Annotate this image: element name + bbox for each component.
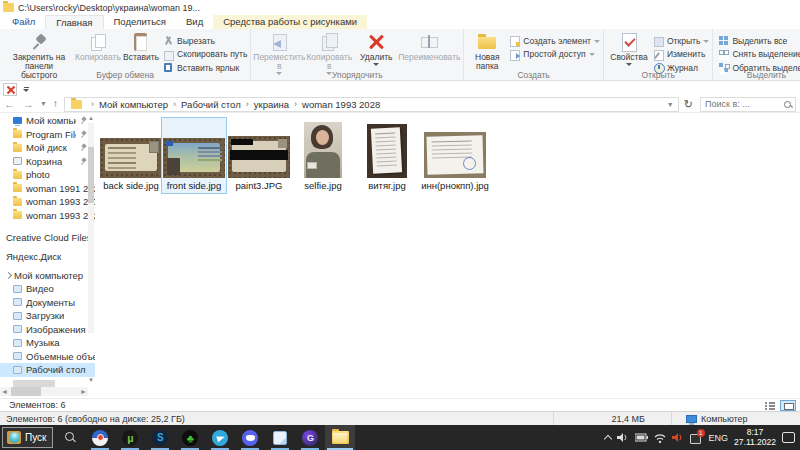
- scroll-left-icon[interactable]: ◄: [0, 387, 9, 396]
- scroll-down-icon[interactable]: ▼: [88, 376, 94, 384]
- file-item-vytiah[interactable]: витяг.jpg: [354, 118, 420, 191]
- battery-icon[interactable]: [635, 433, 648, 442]
- sidebar-item-woman-1991-2029[interactable]: woman 1991 2029: [0, 182, 95, 196]
- tab-share[interactable]: Поделиться: [104, 15, 176, 29]
- wifi-icon[interactable]: [654, 433, 666, 443]
- file-item-inn[interactable]: инн(рнокпп).jpg: [418, 118, 492, 191]
- scroll-up-icon[interactable]: ▲: [88, 114, 94, 122]
- sidebar-item-this-pc-pinned[interactable]: Мой компьютер: [0, 114, 95, 128]
- copy-button[interactable]: Копировать: [75, 31, 121, 63]
- taskbar-clock[interactable]: 8:17 27.11.2022: [734, 428, 776, 447]
- qat-delete-button[interactable]: [3, 83, 17, 96]
- taskbar-app-browser[interactable]: [85, 425, 115, 450]
- pictures-icon: [13, 325, 22, 333]
- details-view-button[interactable]: [762, 400, 778, 411]
- copy-path-button[interactable]: Скопировать путь: [163, 49, 247, 60]
- sidebar-item-creative-cloud[interactable]: Creative Cloud Files: [0, 230, 95, 244]
- sidebar-item-video[interactable]: Видео: [0, 282, 95, 296]
- forward-icon[interactable]: →: [19, 96, 38, 112]
- open-button[interactable]: Открыть: [653, 35, 709, 46]
- file-list[interactable]: back side.jpg front side.jpg paint3.JPG …: [95, 114, 800, 398]
- notification-app-icon[interactable]: 1: [690, 432, 703, 444]
- recycle-bin-icon: [13, 157, 22, 165]
- taskbar-app-skype[interactable]: [145, 425, 175, 450]
- breadcrumb-this-pc[interactable]: Мой компьютер: [86, 99, 168, 110]
- easy-access-button[interactable]: Простой доступ: [509, 49, 600, 60]
- sidebar-vertical-scrollbar[interactable]: [88, 123, 94, 333]
- scroll-right-icon[interactable]: ►: [79, 387, 88, 396]
- breadcrumb-ukraina[interactable]: украина: [241, 99, 289, 110]
- quick-access-toolbar: [0, 82, 800, 96]
- select-none-button[interactable]: Снять выделение: [718, 49, 800, 60]
- sidebar-item-3d-objects[interactable]: Объемные объекты: [0, 350, 95, 364]
- sidebar-section-this-pc[interactable]: Мой компьютер: [0, 268, 95, 282]
- telegram-icon: [212, 430, 228, 446]
- properties-icon: [619, 32, 639, 52]
- cut-button[interactable]: Вырезать: [163, 35, 247, 46]
- new-item-button[interactable]: Создать элемент: [509, 35, 600, 46]
- taskbar-app-telegram[interactable]: [205, 425, 235, 450]
- file-item-back-side[interactable]: back side.jpg: [98, 118, 164, 191]
- search-input[interactable]: [701, 98, 795, 111]
- language-indicator[interactable]: ENG: [709, 433, 729, 443]
- breadcrumb[interactable]: Мой компьютер Рабочий стол украина woman…: [64, 97, 679, 112]
- chevron-down-icon: [626, 63, 632, 66]
- file-item-paint3[interactable]: paint3.JPG: [226, 118, 292, 191]
- qat-customize-icon[interactable]: [23, 87, 29, 92]
- start-button[interactable]: Пуск: [2, 427, 53, 448]
- sidebar-item-woman-1993-2028[interactable]: woman 1993 2028: [0, 209, 95, 223]
- select-all-button[interactable]: Выделить все: [718, 35, 800, 46]
- taskbar-app-explorer[interactable]: [325, 425, 355, 450]
- sidebar-item-music[interactable]: Музыка: [0, 336, 95, 350]
- taskbar-search-button[interactable]: [55, 425, 85, 450]
- taskbar-app-clover[interactable]: [175, 425, 205, 450]
- action-center-icon[interactable]: [782, 432, 795, 443]
- sidebar-item-desktop[interactable]: Рабочий стол: [0, 363, 95, 377]
- refresh-icon[interactable]: ↻: [679, 98, 698, 111]
- audio-manager-icon[interactable]: [672, 432, 684, 443]
- up-icon[interactable]: ↑: [49, 96, 62, 112]
- breadcrumb-current-folder[interactable]: woman 1993 2028: [289, 99, 380, 110]
- properties-button[interactable]: Свойства: [607, 31, 651, 67]
- tab-view[interactable]: Вид: [176, 15, 213, 29]
- file-explorer-icon: [332, 431, 349, 444]
- address-dropdown-icon[interactable]: ▼: [663, 101, 678, 108]
- thumbnails-view-button[interactable]: [780, 400, 796, 411]
- hidden-icons-icon[interactable]: [603, 435, 611, 443]
- tab-home[interactable]: Главная: [45, 15, 103, 29]
- tab-picture-tools[interactable]: Средства работы с рисунками: [213, 15, 367, 29]
- pin-icon: [80, 144, 87, 151]
- background-size: 21,4 МБ: [554, 412, 672, 425]
- file-item-selfie[interactable]: selfie.jpg: [290, 118, 356, 191]
- delete-button[interactable]: Удалить: [354, 31, 398, 67]
- copy-path-icon: [163, 49, 174, 60]
- recent-locations-icon[interactable]: ▼: [38, 96, 49, 112]
- file-item-front-side[interactable]: front side.jpg: [161, 117, 227, 194]
- edit-button[interactable]: Изменить: [653, 49, 709, 60]
- folder-icon: [13, 171, 22, 179]
- breadcrumb-desktop[interactable]: Рабочий стол: [168, 99, 241, 110]
- expander-icon[interactable]: [5, 271, 12, 278]
- sidebar-item-woman-1993-2-028[interactable]: woman 1993 2-028: [0, 195, 95, 209]
- taskbar-app-discord[interactable]: [235, 425, 265, 450]
- new-folder-button[interactable]: Новая папка: [467, 31, 507, 72]
- music-icon: [13, 339, 22, 347]
- tab-file[interactable]: Файл: [2, 15, 45, 29]
- rename-button[interactable]: Переименовать: [398, 31, 460, 63]
- back-icon[interactable]: ←: [0, 96, 19, 112]
- sidebar-item-photo[interactable]: photo: [0, 168, 95, 182]
- taskbar-app-g[interactable]: [295, 425, 325, 450]
- sidebar-item-recycle-bin[interactable]: Корзина: [0, 155, 95, 169]
- ribbon: Закрепить на панели быстрого доступа Коп…: [0, 29, 800, 81]
- sidebar-item-downloads[interactable]: Загрузки: [0, 309, 95, 323]
- taskbar-app-notes[interactable]: [265, 425, 295, 450]
- sidebar-item-documents[interactable]: Документы: [0, 296, 95, 310]
- sidebar-horizontal-scrollbar[interactable]: ◄ ►: [0, 387, 88, 396]
- sidebar-item-program-files[interactable]: Program Files: [0, 128, 95, 142]
- sidebar-item-pictures[interactable]: Изображения: [0, 323, 95, 337]
- volume-icon[interactable]: [617, 432, 629, 443]
- sidebar-item-my-disk[interactable]: Мой диск: [0, 141, 95, 155]
- paste-button[interactable]: Вставить: [121, 31, 161, 63]
- taskbar-app-utorrent[interactable]: [115, 425, 145, 450]
- sidebar-item-yandex-disk[interactable]: Яндекс.Диск: [0, 249, 95, 263]
